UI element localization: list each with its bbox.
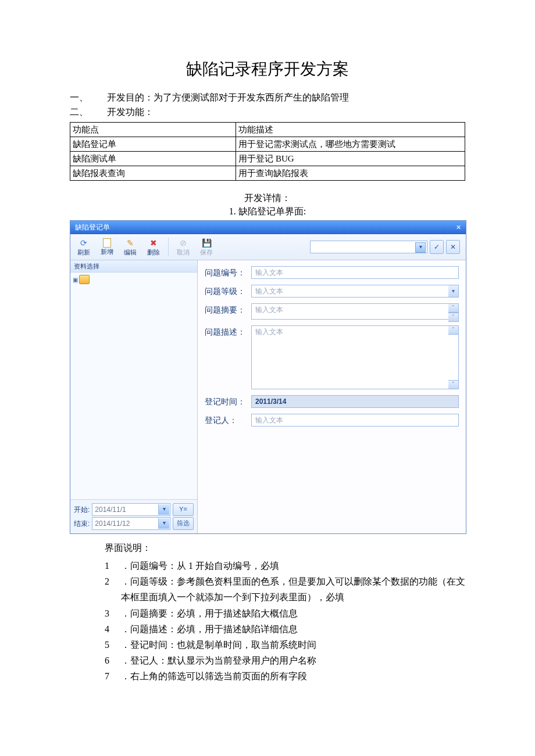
end-date-input[interactable]: 2014/11/12 ▾: [92, 517, 170, 530]
reg-user-row: 登记人： 输入文本: [205, 414, 459, 427]
search-box: ▾ ✓ ✕: [310, 240, 463, 254]
confirm-filter-button[interactable]: ✓: [430, 240, 444, 254]
issue-desc-label: 问题描述：: [205, 325, 251, 338]
section-2-num: 二、: [70, 106, 105, 119]
add-button[interactable]: 新增: [96, 235, 118, 259]
date-filter: 开始: 2014/11/1 ▾ Y= 结束: 2014/11/12 ▾: [70, 499, 197, 533]
start-date-input[interactable]: 2014/11/1 ▾: [92, 503, 170, 516]
reg-user-label: 登记人：: [205, 414, 251, 426]
edit-icon: ✎: [127, 238, 134, 248]
clear-filter-button[interactable]: ✕: [446, 240, 460, 254]
list-item: 2．问题等级：参考颜色资料里面的色系，但是要加入可以删除某个数据的功能（在文本框…: [105, 574, 465, 605]
section-1-num: 一、: [70, 92, 105, 104]
function-table: 功能点 功能描述 缺陷登记单 用于登记需求测试点，哪些地方需要测试 缺陷测试单 …: [70, 122, 465, 181]
cancel-button[interactable]: ⊘ 取消: [172, 235, 194, 259]
save-label: 保存: [200, 248, 213, 257]
add-label: 新增: [101, 248, 113, 256]
window-title: 缺陷登记单: [75, 221, 110, 234]
issue-level-input[interactable]: 输入文本: [251, 285, 459, 298]
doc-title: 缺陷记录程序开发方案: [70, 58, 465, 80]
chevron-up-icon[interactable]: ˄: [448, 303, 459, 313]
issue-id-input[interactable]: 输入文本: [251, 266, 459, 279]
spin-buttons: ˄ ˅: [448, 303, 459, 322]
chevron-up-icon[interactable]: ˄: [448, 325, 459, 335]
edit-label: 编辑: [124, 248, 137, 257]
list-item: 3．问题摘要：必填，用于描述缺陷大概信息: [105, 605, 465, 621]
collapse-icon: ▣: [73, 277, 78, 283]
refresh-button[interactable]: ⟳ 刷新: [73, 235, 95, 259]
body-split: 资料选择 ▣ 开始: 2014/11/1 ▾ Y=: [70, 260, 466, 533]
td-feature: 缺陷登记单: [70, 137, 236, 152]
chevron-down-icon[interactable]: ˅: [448, 313, 459, 322]
folder-icon: [79, 275, 90, 284]
edit-button[interactable]: ✎ 编辑: [119, 235, 141, 259]
issue-level-row: 问题等级： 输入文本 ▾: [205, 285, 459, 298]
section-2-text: 开发功能：: [107, 107, 154, 117]
list-item: 4．问题描述：必填，用于描述缺陷详细信息: [105, 621, 465, 637]
spin-buttons: ˄ ˅: [448, 325, 459, 389]
start-date-row: 开始: 2014/11/1 ▾ Y=: [74, 503, 194, 516]
list-item: 6．登记人：默认显示为当前登录用户的用户名称: [105, 653, 465, 668]
chevron-down-icon[interactable]: ▾: [158, 518, 169, 529]
tree-view[interactable]: ▣: [70, 273, 197, 499]
explain-heading: 界面说明：: [105, 542, 465, 554]
toolbar: ⟳ 刷新 新增 ✎ 编辑 ✖ 删除 ⊘ 取消 💾 保存: [70, 234, 466, 260]
end-date-row: 结束: 2014/11/12 ▾ 筛选: [74, 517, 194, 530]
dev-detail-heading: 开发详情：: [70, 192, 465, 205]
ui-caption: 1. 缺陷登记单界面:: [70, 206, 465, 218]
save-icon: 💾: [202, 238, 212, 248]
td-desc: 用于登记 BUG: [236, 152, 465, 166]
delete-button[interactable]: ✖ 删除: [142, 235, 165, 259]
list-item: 1．问题编号：从 1 开始自动编号，必填: [105, 558, 465, 574]
chevron-down-icon[interactable]: ▾: [158, 504, 169, 515]
issue-id-label: 问题编号：: [205, 266, 251, 278]
reg-user-input[interactable]: 输入文本: [251, 414, 459, 427]
delete-icon: ✖: [150, 238, 157, 248]
explain-list: 1．问题编号：从 1 开始自动编号，必填 2．问题等级：参考颜色资料里面的色系，…: [105, 558, 465, 685]
end-date-value: 2014/11/12: [95, 519, 130, 528]
table-row: 缺陷测试单 用于登记 BUG: [70, 152, 465, 166]
th-feature: 功能点: [70, 123, 236, 137]
issue-summary-row: 问题摘要： 输入文本 ˄ ˅: [205, 303, 459, 320]
issue-desc-row: 问题描述： 输入文本 ˄ ˅: [205, 325, 459, 389]
tree-root-node[interactable]: ▣: [73, 275, 90, 284]
issue-desc-input[interactable]: 输入文本: [251, 325, 459, 389]
reg-time-value: 2011/3/14: [251, 395, 459, 408]
cancel-label: 取消: [177, 248, 190, 257]
close-icon[interactable]: ✕: [456, 221, 461, 234]
table-row: 缺陷报表查询 用于查询缺陷报表: [70, 166, 465, 181]
delete-label: 删除: [147, 248, 160, 257]
td-feature: 缺陷测试单: [70, 152, 236, 166]
th-desc: 功能描述: [236, 123, 465, 137]
issue-id-row: 问题编号： 输入文本: [205, 266, 459, 279]
issue-summary-input[interactable]: 输入文本: [251, 303, 459, 320]
chevron-down-icon[interactable]: ▾: [415, 242, 426, 253]
td-desc: 用于登记需求测试点，哪些地方需要测试: [236, 137, 465, 152]
refresh-label: 刷新: [77, 248, 90, 257]
chevron-down-icon[interactable]: ▾: [448, 285, 459, 298]
window-titlebar: 缺陷登记单 ✕: [70, 221, 466, 234]
save-button[interactable]: 💾 保存: [195, 235, 217, 259]
end-label: 结束:: [74, 519, 90, 529]
td-feature: 缺陷报表查询: [70, 166, 236, 181]
start-date-value: 2014/11/1: [95, 506, 126, 514]
section-1: 一、 开发目的：为了方便测试部对于开发东西所产生的缺陷管理: [70, 92, 465, 104]
list-item: 5．登记时间：也就是制单时间，取当前系统时间: [105, 637, 465, 653]
add-icon: [103, 238, 111, 248]
left-pane: 资料选择 ▣ 开始: 2014/11/1 ▾ Y=: [70, 260, 198, 533]
start-label: 开始:: [74, 505, 90, 515]
cancel-icon: ⊘: [180, 238, 187, 248]
y-button[interactable]: Y=: [173, 503, 194, 516]
filter-button[interactable]: 筛选: [173, 517, 194, 530]
table-row: 功能点 功能描述: [70, 123, 465, 137]
form-pane: 问题编号： 输入文本 问题等级： 输入文本 ▾ 问题摘要： 输入文本: [198, 260, 466, 533]
pane-head: 资料选择: [70, 260, 197, 273]
app-window: 缺陷登记单 ✕ ⟳ 刷新 新增 ✎ 编辑 ✖ 删除 ⊘ 取消: [70, 220, 466, 534]
chevron-down-icon[interactable]: ˅: [448, 380, 459, 389]
issue-summary-label: 问题摘要：: [205, 303, 251, 316]
refresh-icon: ⟳: [80, 238, 87, 248]
search-input[interactable]: ▾: [310, 241, 427, 253]
toolbar-separator: [168, 238, 169, 256]
reg-time-label: 登记时间：: [205, 395, 251, 407]
section-1-text: 开发目的：为了方便测试部对于开发东西所产生的缺陷管理: [107, 92, 349, 102]
